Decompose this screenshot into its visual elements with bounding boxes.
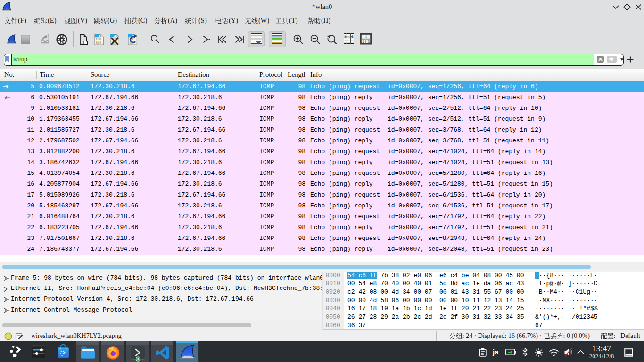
svg-text:2: 2 (362, 40, 364, 44)
svg-text:0011: 0011 (96, 42, 101, 45)
svg-text:1: 1 (365, 34, 367, 39)
svg-text:3: 3 (368, 40, 370, 44)
